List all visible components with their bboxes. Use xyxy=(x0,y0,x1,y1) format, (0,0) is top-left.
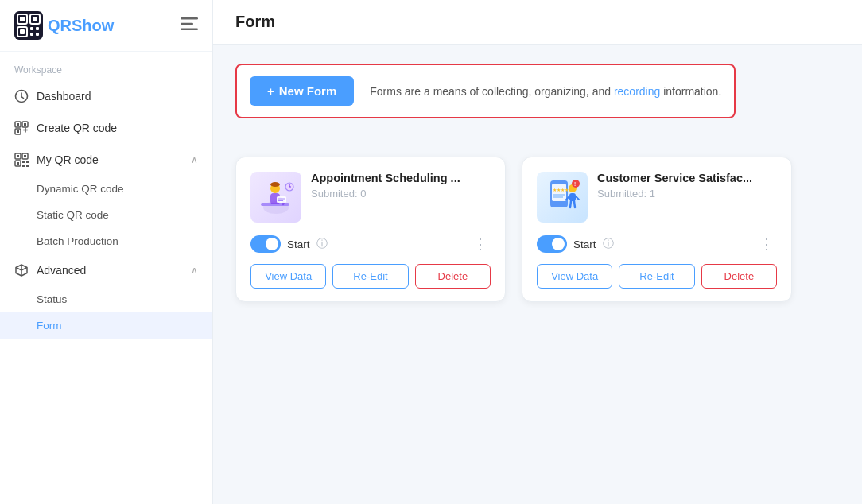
sidebar-sub-item-status[interactable]: Status xyxy=(0,286,212,312)
card-2-view-data-button[interactable]: View Data xyxy=(537,264,612,289)
svg-rect-45 xyxy=(552,184,566,201)
svg-rect-26 xyxy=(17,162,19,165)
svg-rect-30 xyxy=(26,161,29,163)
svg-rect-13 xyxy=(181,28,198,30)
main-content: Form + New Form Forms are a means of col… xyxy=(213,0,862,504)
sidebar-item-dashboard[interactable]: Dashboard xyxy=(0,80,212,112)
logo-area: QRShow xyxy=(14,11,114,40)
card-1-info: Appointment Scheduling ... Submited: 0 xyxy=(311,172,491,200)
clock-icon xyxy=(14,89,29,103)
card-1-submitted: Submited: 0 xyxy=(311,188,491,200)
status-label: Status xyxy=(37,293,67,305)
card-2-toggle-area: Start ⓘ xyxy=(537,235,614,253)
svg-rect-10 xyxy=(36,33,39,36)
dashboard-label: Dashboard xyxy=(37,90,91,103)
card-1-title: Appointment Scheduling ... xyxy=(311,172,491,184)
svg-rect-9 xyxy=(30,33,33,36)
svg-rect-24 xyxy=(17,155,19,157)
card-1-toggle[interactable] xyxy=(250,235,281,253)
svg-rect-50 xyxy=(569,193,576,201)
sidebar-item-advanced[interactable]: Advanced ∧ xyxy=(0,254,212,286)
page-title: Form xyxy=(235,13,840,31)
card-1-re-edit-button[interactable]: Re-Edit xyxy=(332,264,408,289)
new-form-description: Forms are a means of collecting, organiz… xyxy=(370,85,721,98)
card-1-middle: Start ⓘ ⋮ xyxy=(250,234,491,254)
content-area: + New Form Forms are a means of collecti… xyxy=(213,45,862,321)
dynamic-qr-code-label: Dynamic QR code xyxy=(37,183,124,195)
advanced-label: Advanced xyxy=(37,264,86,277)
card-1-actions: View Data Re-Edit Delete xyxy=(250,264,491,289)
svg-rect-7 xyxy=(30,27,33,30)
svg-rect-8 xyxy=(36,27,39,30)
form-card-1: Appointment Scheduling ... Submited: 0 S… xyxy=(235,157,506,302)
card-2-title: Customer Service Satisfac... xyxy=(597,172,777,184)
svg-rect-18 xyxy=(17,130,19,133)
card-2-top: ★★★★★ xyxy=(537,172,777,223)
card-2-dots-menu[interactable]: ⋮ xyxy=(756,234,777,254)
card-1-view-data-button[interactable]: View Data xyxy=(250,264,326,289)
sidebar-sub-item-static-qr-code[interactable]: Static QR code xyxy=(0,202,212,228)
cube-icon xyxy=(14,263,29,277)
plus-icon: + xyxy=(267,84,274,98)
card-2-middle: Start ⓘ ⋮ xyxy=(537,234,777,254)
card-2-info: Customer Service Satisfac... Submitted: … xyxy=(597,172,777,200)
sidebar-sub-item-dynamic-qr-code[interactable]: Dynamic QR code xyxy=(0,176,212,202)
svg-rect-2 xyxy=(20,17,25,21)
card-1-info-icon[interactable]: ⓘ xyxy=(316,237,328,251)
menu-toggle-icon[interactable] xyxy=(181,17,198,34)
sidebar-sub-item-batch-production[interactable]: Batch Production xyxy=(0,228,212,254)
card-2-submitted: Submitted: 1 xyxy=(597,188,777,200)
card-1-dots-menu[interactable]: ⋮ xyxy=(470,234,491,254)
svg-rect-38 xyxy=(277,196,286,203)
card-1-toggle-area: Start ⓘ xyxy=(250,235,328,253)
qr-list-icon xyxy=(14,153,29,167)
card-2-re-edit-button[interactable]: Re-Edit xyxy=(619,264,694,289)
advanced-chevron: ∧ xyxy=(191,265,198,276)
card-2-actions: View Data Re-Edit Delete xyxy=(537,264,777,289)
logo-qr-icon xyxy=(14,11,43,40)
sidebar-header: QRShow xyxy=(0,0,212,52)
card-1-start-label: Start xyxy=(287,238,310,250)
my-qr-code-chevron: ∧ xyxy=(191,154,198,165)
card-2-thumbnail: ★★★★★ xyxy=(537,172,588,223)
card-1-thumbnail xyxy=(250,172,301,223)
card-2-delete-button[interactable]: Delete xyxy=(701,264,777,289)
new-form-btn-label: New Form xyxy=(279,84,337,98)
card-1-top: Appointment Scheduling ... Submited: 0 xyxy=(250,172,491,223)
cards-row: Appointment Scheduling ... Submited: 0 S… xyxy=(235,157,840,302)
card-2-toggle[interactable] xyxy=(537,235,567,253)
logo-text: QRShow xyxy=(48,17,114,35)
sidebar: QRShow Workspace Dashboard xyxy=(0,0,213,504)
svg-text:!: ! xyxy=(574,181,576,187)
svg-rect-29 xyxy=(22,161,25,163)
batch-production-label: Batch Production xyxy=(37,235,118,247)
create-qr-code-label: Create QR code xyxy=(37,122,117,134)
highlight-text: recording xyxy=(614,85,660,98)
page-header: Form xyxy=(213,0,862,45)
form-label: Form xyxy=(37,320,62,331)
new-form-bar: + New Form Forms are a means of collecti… xyxy=(235,64,736,118)
workspace-label: Workspace xyxy=(0,52,212,80)
svg-rect-16 xyxy=(17,123,19,126)
card-1-delete-button[interactable]: Delete xyxy=(415,264,491,289)
svg-point-37 xyxy=(270,182,280,187)
sidebar-item-my-qr-code[interactable]: My QR code ∧ xyxy=(0,144,212,176)
svg-rect-12 xyxy=(181,22,193,25)
svg-rect-28 xyxy=(24,155,26,157)
svg-rect-6 xyxy=(20,29,25,34)
svg-line-53 xyxy=(570,201,571,207)
card-2-start-label: Start xyxy=(573,238,596,250)
sidebar-sub-item-form[interactable]: Form xyxy=(0,312,212,339)
qr-add-icon xyxy=(14,121,29,135)
sidebar-item-create-qr-code[interactable]: Create QR code xyxy=(0,112,212,144)
svg-rect-11 xyxy=(181,17,198,20)
svg-rect-31 xyxy=(22,165,25,167)
card-2-info-icon[interactable]: ⓘ xyxy=(603,237,614,251)
svg-rect-4 xyxy=(33,17,37,21)
svg-rect-32 xyxy=(26,165,29,167)
svg-line-54 xyxy=(574,201,575,207)
static-qr-code-label: Static QR code xyxy=(37,209,109,221)
my-qr-code-label: My QR code xyxy=(37,153,99,166)
new-form-button[interactable]: + New Form xyxy=(250,76,354,106)
form-card-2: ★★★★★ xyxy=(522,157,792,302)
